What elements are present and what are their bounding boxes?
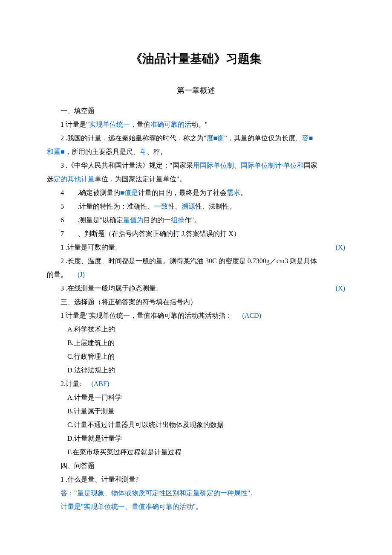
text: 单位，为国家法定计量单位"。 — [95, 175, 186, 183]
choice-q2-opt-a: A.计量是一门科学 — [47, 391, 345, 404]
text: 选 — [47, 175, 54, 183]
fill-q5: 5 .计量的特性为：准确性、一致性、溯源性、法制性。 — [47, 200, 345, 213]
choice-q2-text: 2.计量: — [61, 380, 81, 387]
chapter-subtitle: 第一章概述 — [47, 83, 345, 98]
fill-q6: 6 .测量是"以确定量值为目的的一组操作"。 — [47, 213, 345, 227]
choice-q2-answer: (ABF) — [91, 380, 109, 387]
judge-q3-answer: (X) — [336, 282, 345, 295]
text: 1 计量是" — [61, 121, 89, 128]
answer-text: 准确可靠的活 — [150, 121, 191, 128]
fill-q2-line1: 2 .我国的计量，远在秦始皇称霸的时代，称之为"度■衡"，其量的单位仅为长度、容… — [47, 131, 345, 145]
answer-text: 定的其他计量 — [54, 175, 95, 183]
text: 3 .《中华人民共和国计量法》规定："国家采 — [61, 162, 193, 169]
fill-q1: 1 计量是"实现单位统一，量值准确可靠的活动。" — [47, 118, 345, 131]
document-title: 《油品计量基础》习题集 — [47, 47, 345, 71]
fill-q2-line2: 和重■，所用的主要器具是尺、斗、秤。 — [47, 145, 345, 159]
choice-q1-opt-c: C.行政管理上的 — [47, 350, 345, 363]
choice-q1-opt-d: D.法律法规上的 — [47, 363, 345, 377]
text: 4 .确定被测量的 — [61, 189, 120, 196]
text: 计量的目的，最终是为了社会 — [138, 189, 227, 196]
choice-q2-opt-b: B.计量属于测量 — [47, 404, 345, 418]
qa-a1-line1: 答："量是现象、物体或物质可定性区别和定量确定的一种属性"。 — [47, 486, 345, 500]
judge-q3: 3 .在线测量一般均属于静态测量。 (X) — [47, 282, 345, 295]
fill-q3-line2: 选定的其他计量单位，为国家法定计量单位"。 — [47, 172, 345, 186]
choice-q2-opt-c: C.计量不通过计量器具可以统计出物体及现象的数据 — [47, 418, 345, 432]
text: 。 — [234, 162, 241, 169]
answer-text: 国际单位制计·单位和 — [241, 162, 304, 169]
answer-text: 量值为 — [123, 216, 144, 224]
judge-q1: 1 .计量是可数的量。 (X) — [47, 241, 345, 254]
text: 作"。 — [184, 216, 201, 224]
text: 性、 — [168, 203, 182, 210]
choice-q1: 1 计量是"实现单位统一，量值准确可靠的活动其活动指： (ACD) — [47, 309, 345, 323]
answer-text: 斗 — [140, 148, 147, 155]
answer-text: 容■ — [302, 134, 313, 142]
section-4-header: 四、问答题 — [47, 459, 345, 473]
fill-q3-line1: 3 .《中华人民共和国计量法》规定："国家采用国际单位制。国际单位制计·单位和国… — [47, 159, 345, 172]
answer-text: 用国际单位制 — [193, 162, 234, 169]
qa-q1: 1 .什么是量、计量和测量? — [47, 473, 345, 486]
text: ，所用的主要器具是尺、 — [65, 148, 140, 155]
text: 、秤。 — [147, 148, 167, 155]
choice-q2-opt-d: D.计量就是计量学 — [47, 432, 345, 445]
text: 6 .测量是"以确定 — [61, 216, 123, 224]
text: 的量。 — [47, 271, 67, 278]
text: 量值 — [137, 121, 150, 128]
choice-q2-opt-f: F.在菜市场买菜过秤过程就是计量过程 — [47, 445, 345, 459]
answer-text: 一组操 — [164, 216, 184, 224]
choice-q1-opt-a: A.科学技术上的 — [47, 323, 345, 336]
text: 性、法制性。 — [195, 203, 236, 210]
answer-text: 实现单位统一， — [89, 121, 137, 128]
judge-q2-line2: 的量。 (J) — [47, 268, 345, 282]
judge-q1-text: 1 .计量是可数的量。 — [47, 241, 122, 254]
text: "，其量的单位仅为长度、 — [224, 134, 302, 142]
text: 2 .我国的计量，远在秦始皇称霸的时代，称之为" — [61, 134, 207, 142]
section-1-header: 一、填空题 — [47, 104, 345, 118]
choice-q1-text: 1 计量是"实现单位统一，量值准确可靠的活动其活动指： — [61, 312, 232, 319]
text: 。 — [240, 189, 247, 196]
qa-a1-line2: 计量是"实现单位统一、量值准确可靠的活动"。 — [47, 500, 345, 514]
answer-text: 需求 — [227, 189, 240, 196]
answer-text: 和重■ — [47, 148, 65, 155]
answer-text: 溯源 — [182, 203, 195, 210]
text: 动。" — [191, 121, 208, 128]
spacer — [69, 271, 76, 278]
section-2-header: 7 、判断题（在括号内答案正确的打 J,答案错误的打 X） — [47, 227, 345, 241]
spacer — [234, 312, 241, 319]
judge-q2-line1: 2 .长度、温度、时间都是一般的量。测得某汽油 30C 的密度是 0.7300g… — [47, 254, 345, 268]
fill-q4: 4 .确定被测量的■值是计量的目的，最终是为了社会需求。 — [47, 186, 345, 200]
answer-text: 度■衡 — [207, 134, 225, 142]
text: 5 .计量的特性为：准确性、 — [61, 203, 154, 210]
judge-q2-answer: (J) — [78, 271, 85, 278]
choice-q2: 2.计量: (ABF) — [47, 377, 345, 391]
choice-q1-opt-b: B.上层建筑上的 — [47, 336, 345, 350]
section-3-header: 三、选择题（将正确答案的符号填在括号内） — [47, 295, 345, 309]
spacer — [83, 380, 89, 387]
choice-q1-answer: (ACD) — [242, 312, 261, 319]
answer-text: 一致 — [154, 203, 168, 210]
text: 国家 — [304, 162, 317, 169]
judge-q3-text: 3 .在线测量一般均属于静态测量。 — [47, 282, 163, 295]
text: 目的的 — [144, 216, 164, 224]
judge-q1-answer: (X) — [336, 241, 345, 254]
answer-text: ■值是 — [120, 189, 138, 196]
